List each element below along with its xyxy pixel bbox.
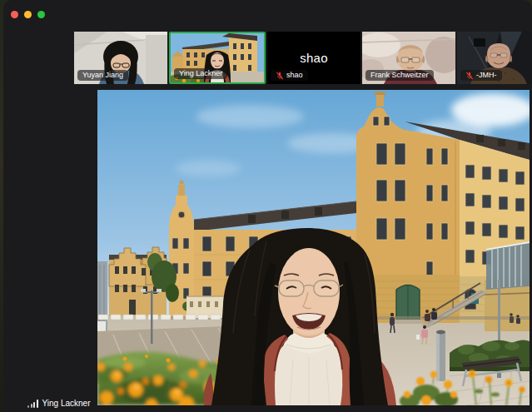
audio-level-icon xyxy=(27,400,38,408)
participant-name-label: Ying Lackner xyxy=(174,68,227,79)
zoom-meeting-window: Yuyan Jiang xyxy=(3,0,532,412)
main-speaker-video[interactable] xyxy=(97,90,530,405)
participant-tile-jmh[interactable]: -JMH- xyxy=(457,32,532,84)
virtual-background-scene xyxy=(97,90,530,405)
fullscreen-button[interactable] xyxy=(37,11,45,18)
participant-name-label: shao xyxy=(271,70,308,81)
participant-name-label: Yuyan Jiang xyxy=(77,70,128,81)
participant-name: Yuyan Jiang xyxy=(82,71,123,80)
participant-name: shao xyxy=(286,71,303,80)
close-button[interactable] xyxy=(11,11,18,18)
participant-name: Frank Schweitzer xyxy=(370,71,429,80)
participant-tile-ying-lackner[interactable]: Ying Lackner xyxy=(169,32,266,84)
participant-name: Ying Lackner xyxy=(179,69,222,78)
minimize-button[interactable] xyxy=(24,11,32,18)
active-speaker-label: Ying Lackner xyxy=(27,399,91,408)
participant-name-label: Frank Schweitzer xyxy=(365,70,434,81)
participant-tile-shao[interactable]: shao shao xyxy=(267,32,360,84)
muted-mic-icon xyxy=(465,72,474,80)
screen: Yuyan Jiang xyxy=(0,0,532,412)
participant-name-label: -JMH- xyxy=(460,70,502,81)
speaker-name: Ying Lackner xyxy=(42,399,91,408)
participant-name: -JMH- xyxy=(476,71,497,80)
participant-tile-frank-schweitzer[interactable]: Frank Schweitzer xyxy=(362,32,455,84)
muted-mic-icon xyxy=(276,72,284,80)
participant-tile-yuyan-jiang[interactable]: Yuyan Jiang xyxy=(74,32,167,84)
